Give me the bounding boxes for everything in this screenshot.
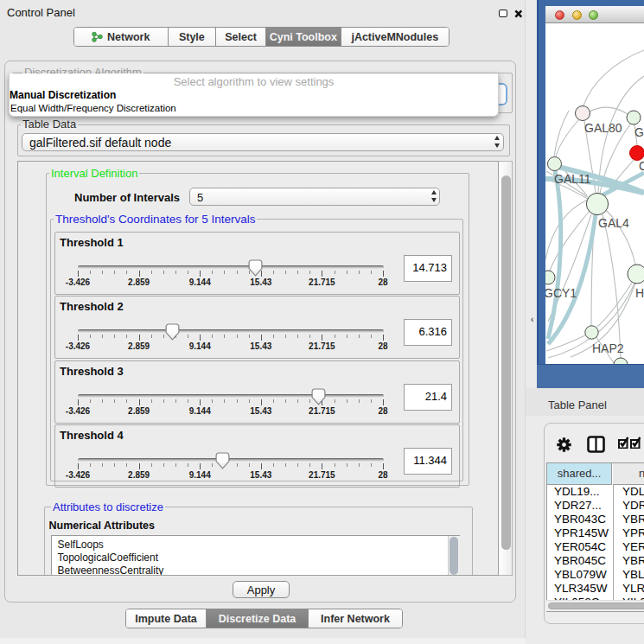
svg-text:GCY1: GCY1 [545,286,577,300]
svg-text:G: G [634,125,644,139]
svg-text:HAP2: HAP2 [592,341,624,355]
svg-text:GAL11: GAL11 [554,172,591,186]
svg-text:H: H [635,286,644,300]
svg-text:GAL4: GAL4 [598,216,629,230]
svg-text:C: C [639,159,644,173]
svg-text:GAL80: GAL80 [584,121,622,135]
